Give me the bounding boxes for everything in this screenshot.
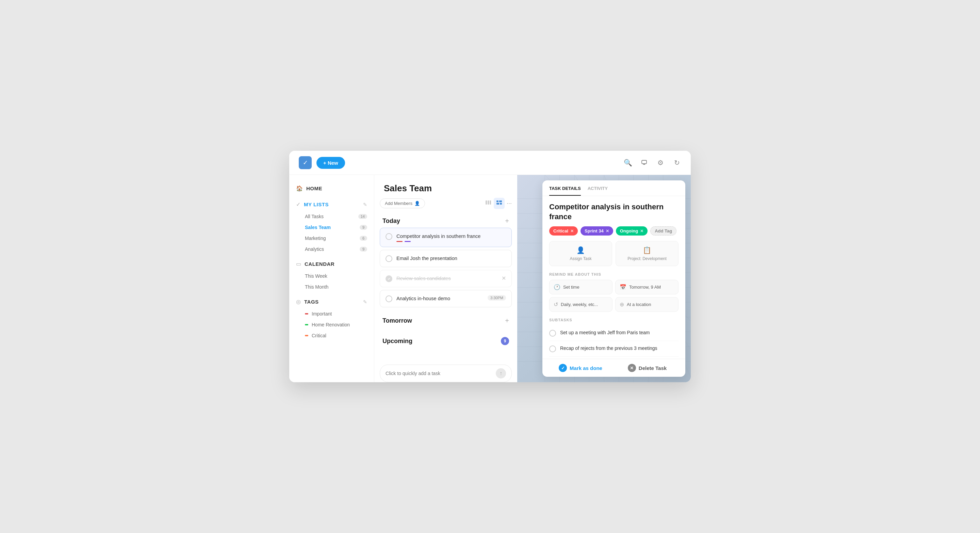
tab-activity[interactable]: ACTIVITY — [588, 186, 608, 196]
sidebar-my-lists-header[interactable]: ✓ MY LISTS ✎ — [289, 198, 374, 211]
home-label: HOME — [306, 186, 322, 191]
upcoming-title: Upcoming — [382, 337, 412, 345]
sidebar-item-marketing[interactable]: Marketing 6 — [289, 233, 374, 244]
notifications-icon[interactable] — [640, 158, 649, 167]
tomorrow-add-button[interactable]: + — [505, 317, 509, 325]
mark-done-button[interactable]: ✓ Mark as done — [549, 364, 612, 372]
sidebar: 🏠 HOME ✓ MY LISTS ✎ All Tasks 14 Sales T… — [289, 175, 374, 382]
tag-add-button[interactable]: Add Tag — [650, 226, 676, 235]
task2-content: Email Josh the presentation — [396, 255, 506, 262]
more-options-icon[interactable]: ··· — [507, 200, 512, 207]
task2-text: Email Josh the presentation — [396, 255, 506, 262]
sidebar-tag-critical[interactable]: Critical — [289, 330, 374, 341]
sidebar-tag-home[interactable]: Home Renovation — [289, 319, 374, 330]
sprint-close-button[interactable]: ✕ — [606, 229, 609, 234]
project-label: Project: Development — [627, 256, 667, 261]
task4-checkbox[interactable] — [385, 296, 392, 302]
task-item-1[interactable]: Competitor analysis in southern france — [380, 228, 512, 247]
calendar-icon: ▭ — [296, 261, 301, 267]
my-lists-label: MY LISTS — [304, 202, 329, 207]
logo-icon[interactable]: ✓ — [299, 156, 312, 169]
search-icon[interactable]: 🔍 — [624, 158, 632, 167]
task3-remove-button[interactable]: ✕ — [501, 275, 506, 282]
ongoing-close-button[interactable]: ✕ — [640, 229, 643, 234]
background-panel: TASK DETAILS ACTIVITY Competitor analysi… — [517, 175, 691, 382]
sidebar-home-item[interactable]: 🏠 HOME — [289, 182, 374, 195]
grid-view-icon[interactable] — [494, 198, 504, 209]
task4-text: Analytics in-house demo — [396, 295, 484, 302]
sidebar-section-lists: ✓ MY LISTS ✎ All Tasks 14 Sales Team 9 M… — [289, 198, 374, 255]
home-icon: 🏠 — [296, 185, 303, 192]
assign-icon: 👤 — [576, 246, 585, 254]
sidebar-calendar-header[interactable]: ▭ CALENDAR — [289, 257, 374, 270]
task1-tags — [396, 241, 506, 242]
subtask2-text: Recap of rejects from the previous 3 mee… — [560, 345, 657, 352]
add-members-button[interactable]: Add Members 👤 — [380, 199, 425, 208]
delete-label: Delete Task — [639, 365, 667, 371]
remind-set-time-button[interactable]: 🕐 Set time — [549, 280, 612, 294]
task-item-3[interactable]: Review sales candidates ✕ — [380, 270, 512, 287]
list-view-icon[interactable] — [485, 199, 492, 208]
task-item-2[interactable]: Email Josh the presentation — [380, 250, 512, 267]
remind-set-time-label: Set time — [563, 285, 579, 290]
remind-recurring-button[interactable]: ↺ Daily, weekly, etc... — [549, 297, 612, 312]
quick-add-send-button[interactable]: ↑ — [496, 368, 506, 379]
home-tag-dot — [305, 324, 308, 325]
subtask1-checkbox[interactable] — [549, 330, 556, 337]
today-add-button[interactable]: + — [505, 217, 509, 225]
ongoing-label: Ongoing — [620, 228, 638, 234]
settings-icon[interactable]: ⚙ — [656, 158, 665, 167]
tag-ongoing[interactable]: Ongoing ✕ — [616, 226, 648, 235]
remind-section-title: REMIND ME ABOUT THIS — [549, 272, 679, 276]
tag-critical[interactable]: Critical ✕ — [549, 226, 578, 235]
critical-label: Critical — [312, 333, 367, 338]
project-button[interactable]: 📋 Project: Development — [616, 241, 679, 266]
svg-rect-5 — [496, 200, 498, 202]
calendar-label: CALENDAR — [305, 261, 334, 267]
analytics-label: Analytics — [305, 247, 360, 252]
subtask2-checkbox[interactable] — [549, 345, 556, 352]
sidebar-item-all-tasks[interactable]: All Tasks 14 — [289, 211, 374, 222]
tomorrow-title: Tomorrow — [382, 317, 412, 325]
remind-tomorrow-button[interactable]: 📅 Tomorrow, 9 AM — [615, 280, 679, 294]
critical-close-button[interactable]: ✕ — [570, 229, 574, 234]
tags-edit-icon[interactable]: ✎ — [363, 299, 367, 305]
refresh-icon[interactable]: ↻ — [672, 158, 681, 167]
task3-checkbox[interactable] — [385, 275, 392, 282]
marketing-label: Marketing — [305, 235, 360, 241]
all-tasks-label: All Tasks — [305, 214, 358, 219]
sidebar-section-home: 🏠 HOME — [289, 182, 374, 195]
clock-icon: 🕐 — [554, 284, 560, 290]
new-button[interactable]: + New — [317, 157, 345, 169]
sidebar-item-this-week[interactable]: This Week — [289, 270, 374, 282]
task1-checkbox[interactable] — [385, 233, 392, 240]
location-icon: ⊕ — [620, 301, 624, 308]
remind-location-button[interactable]: ⊕ At a location — [615, 297, 679, 312]
assign-task-button[interactable]: 👤 Assign Task — [549, 241, 612, 266]
delete-task-button[interactable]: ✕ Delete Task — [616, 364, 679, 372]
important-label: Important — [312, 311, 367, 317]
quick-add-input[interactable] — [385, 371, 492, 376]
task1-red-tag — [396, 241, 402, 242]
remind-location-label: At a location — [627, 302, 651, 307]
task-group-upcoming: Upcoming 9 — [380, 333, 512, 348]
tasks-header: Sales Team — [374, 175, 517, 198]
lists-edit-icon[interactable]: ✎ — [363, 202, 367, 207]
sidebar-item-this-month[interactable]: This Month — [289, 282, 374, 292]
sales-team-label: Sales Team — [305, 224, 360, 230]
sidebar-tag-important[interactable]: Important — [289, 309, 374, 319]
svg-rect-3 — [488, 200, 489, 205]
task2-checkbox[interactable] — [385, 255, 392, 262]
tomorrow-header: Tomorrow + — [380, 313, 512, 328]
sidebar-item-sales-team[interactable]: Sales Team 9 — [289, 222, 374, 233]
view-toggles: ··· — [485, 198, 512, 209]
sidebar-item-analytics[interactable]: Analytics 9 — [289, 244, 374, 255]
sidebar-tags-header[interactable]: ◎ TAGS ✎ — [289, 295, 374, 309]
detail-tabs: TASK DETAILS ACTIVITY — [542, 180, 685, 196]
repeat-icon: ↺ — [554, 301, 558, 308]
tag-sprint[interactable]: Sprint 34 ✕ — [581, 226, 613, 235]
add-members-icon: 👤 — [414, 201, 420, 206]
task-item-4[interactable]: Analytics in-house demo 3:30PM — [380, 290, 512, 307]
tab-task-details[interactable]: TASK DETAILS — [549, 186, 581, 196]
calendar-remind-icon: 📅 — [620, 284, 627, 290]
